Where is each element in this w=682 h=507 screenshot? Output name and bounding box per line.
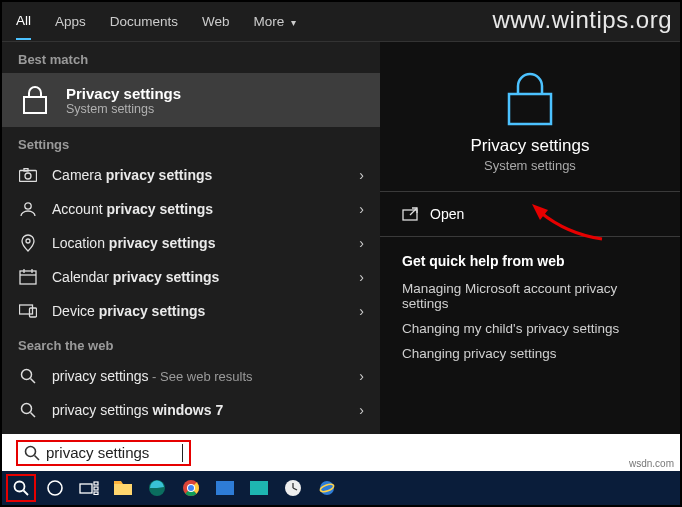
chevron-right-icon: ›	[359, 368, 364, 384]
svg-line-23	[24, 491, 29, 496]
chevron-right-icon: ›	[359, 303, 364, 319]
detail-subtitle: System settings	[484, 158, 576, 173]
chevron-right-icon: ›	[359, 269, 364, 285]
camera-icon	[18, 165, 38, 185]
taskbar-file-explorer[interactable]	[108, 474, 138, 502]
settings-item-location[interactable]: Location privacy settings ›	[2, 226, 380, 260]
quick-help-link[interactable]: Changing my child's privacy settings	[402, 321, 658, 336]
quick-help-link[interactable]: Managing Microsoft account privacy setti…	[402, 281, 658, 311]
taskbar-app-teal[interactable]	[244, 474, 274, 502]
taskbar-search-button[interactable]	[6, 474, 36, 502]
annotation-arrow	[532, 204, 612, 244]
svg-point-12	[22, 370, 32, 380]
svg-rect-3	[24, 169, 28, 172]
chevron-right-icon: ›	[359, 201, 364, 217]
svg-rect-16	[509, 94, 551, 124]
taskbar-cortana-button[interactable]	[40, 474, 70, 502]
quick-help-link[interactable]: Changing privacy settings	[402, 346, 658, 361]
search-icon	[18, 366, 38, 386]
svg-point-24	[48, 481, 62, 495]
best-match-subtitle: System settings	[66, 102, 181, 116]
settings-item-account[interactable]: Account privacy settings ›	[2, 192, 380, 226]
svg-rect-27	[94, 487, 98, 490]
taskbar-ie[interactable]	[312, 474, 342, 502]
section-best-match: Best match	[2, 42, 380, 73]
calendar-icon	[18, 267, 38, 287]
open-label: Open	[430, 206, 464, 222]
detail-panel: Privacy settings System settings Open Ge…	[380, 42, 680, 447]
svg-line-15	[31, 413, 36, 418]
tab-more[interactable]: More ▾	[254, 4, 297, 39]
chevron-right-icon: ›	[359, 167, 364, 183]
web-item-windows7[interactable]: privacy settings windows 7 ›	[2, 393, 380, 427]
location-icon	[18, 233, 38, 253]
svg-point-22	[15, 482, 25, 492]
svg-rect-6	[20, 271, 36, 284]
watermark-text: www.wintips.org	[492, 6, 672, 34]
svg-point-20	[26, 446, 36, 456]
search-input-highlight	[16, 440, 191, 466]
footer-watermark: wsdn.com	[629, 458, 674, 469]
settings-item-calendar[interactable]: Calendar privacy settings ›	[2, 260, 380, 294]
settings-item-device[interactable]: Device privacy settings ›	[2, 294, 380, 328]
lock-icon	[18, 83, 52, 117]
section-search-web: Search the web	[2, 328, 380, 359]
svg-rect-25	[80, 484, 92, 493]
open-action[interactable]: Open	[380, 192, 680, 236]
svg-rect-36	[216, 481, 234, 495]
section-settings: Settings	[2, 127, 380, 158]
svg-line-21	[35, 455, 40, 460]
svg-rect-28	[94, 492, 98, 495]
tab-apps[interactable]: Apps	[55, 4, 86, 39]
svg-point-4	[25, 203, 31, 209]
tab-documents[interactable]: Documents	[110, 4, 178, 39]
svg-point-14	[22, 404, 32, 414]
taskbar-clock-app[interactable]	[278, 474, 308, 502]
svg-rect-37	[250, 481, 268, 495]
svg-line-13	[31, 379, 36, 384]
svg-point-5	[26, 239, 30, 243]
taskbar-edge[interactable]	[142, 474, 172, 502]
best-match-result[interactable]: Privacy settings System settings	[2, 73, 380, 127]
open-icon	[402, 207, 418, 221]
svg-rect-29	[114, 484, 132, 495]
svg-line-18	[410, 208, 417, 215]
tab-all[interactable]: All	[16, 3, 31, 40]
tab-web[interactable]: Web	[202, 4, 230, 39]
taskbar-taskview-button[interactable]	[74, 474, 104, 502]
search-input[interactable]	[46, 444, 176, 461]
results-panel: Best match Privacy settings System setti…	[2, 42, 380, 447]
search-bar[interactable]	[2, 434, 680, 471]
search-icon	[24, 445, 40, 461]
best-match-title: Privacy settings	[66, 85, 181, 102]
svg-rect-26	[94, 482, 98, 485]
taskbar-app-blue[interactable]	[210, 474, 240, 502]
chevron-right-icon: ›	[359, 235, 364, 251]
svg-rect-10	[20, 305, 33, 314]
quick-help-title: Get quick help from web	[402, 253, 658, 269]
svg-point-35	[188, 485, 194, 491]
chevron-down-icon: ▾	[288, 17, 296, 28]
detail-title: Privacy settings	[470, 136, 589, 156]
search-icon	[18, 400, 38, 420]
settings-item-camera[interactable]: Camera privacy settings ›	[2, 158, 380, 192]
text-cursor	[182, 444, 183, 462]
web-item-generic[interactable]: privacy settings - See web results ›	[2, 359, 380, 393]
svg-rect-1	[20, 171, 37, 182]
taskbar	[2, 471, 680, 505]
lock-icon	[505, 70, 555, 128]
device-icon	[18, 301, 38, 321]
svg-rect-0	[24, 97, 46, 113]
taskbar-chrome[interactable]	[176, 474, 206, 502]
svg-point-2	[25, 173, 31, 179]
chevron-right-icon: ›	[359, 402, 364, 418]
account-icon	[18, 199, 38, 219]
